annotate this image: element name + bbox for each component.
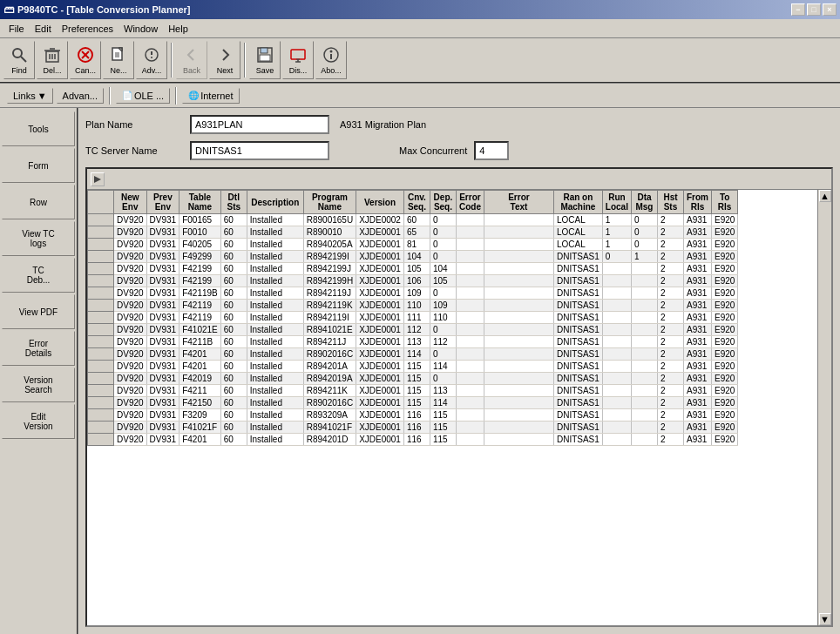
scroll-up-button[interactable]: ▲ [819, 190, 831, 202]
table-cell: DNITSAS1 [553, 397, 602, 409]
scroll-down-button[interactable]: ▼ [819, 613, 831, 625]
col-new-env[interactable]: NewEnv [114, 191, 147, 214]
table-cell: 114 [403, 348, 430, 361]
col-cnv-seq[interactable]: Cnv.Seq. [403, 191, 430, 214]
table-cell: 0 [430, 324, 456, 336]
table-row[interactable]: DV920DV931F420160InstalledR894201AXJDE00… [88, 361, 738, 373]
col-hst-sts[interactable]: HstSts [657, 191, 683, 214]
delete-button[interactable]: Del... [37, 41, 68, 79]
table-row[interactable]: DV920DV931F420160InstalledR894201DXJDE00… [88, 434, 738, 446]
table-cell: E920 [711, 214, 737, 226]
col-dtl-sts[interactable]: DtlSts [220, 191, 247, 214]
table-row[interactable]: DV920DV931F4219960InstalledR8942199JXJDE… [88, 263, 738, 275]
table-row[interactable]: DV920DV931F4929960InstalledR8942199IXJDE… [88, 251, 738, 263]
table-row[interactable]: DV920DV931F4211960InstalledR8942119KXJDE… [88, 300, 738, 312]
table-cell: DV920 [114, 373, 147, 385]
table-cell: DV920 [114, 409, 147, 422]
maximize-button[interactable]: □ [807, 3, 821, 16]
table-cell: F4211 [180, 385, 221, 397]
col-prev-env[interactable]: PrevEnv [146, 191, 180, 214]
table-cell: DV920 [114, 434, 147, 446]
table-row[interactable]: DV920DV931F421160InstalledR894211KXJDE00… [88, 385, 738, 397]
col-ran-on-machine[interactable]: Ran onMachine [553, 191, 602, 214]
table-cell: 0 [430, 214, 456, 226]
col-dep-seq[interactable]: Dep.Seq. [430, 191, 456, 214]
scrollbar-vertical[interactable]: ▲ ▼ [817, 190, 831, 625]
ole-label: OLE ... [134, 91, 164, 101]
advanced-button[interactable]: Adv... [136, 41, 167, 79]
display-button[interactable]: Dis... [282, 41, 314, 79]
form-button[interactable]: Form [2, 148, 75, 183]
col-from-rls[interactable]: FromRls [683, 191, 711, 214]
tc-server-input[interactable] [190, 141, 329, 160]
back-button[interactable]: Back [176, 41, 207, 79]
table-cell [602, 324, 631, 336]
plan-name-input[interactable] [190, 115, 329, 134]
table-scroll[interactable]: NewEnv PrevEnv TableName DtlSts Descript… [87, 190, 817, 625]
save-button[interactable]: Save [249, 41, 281, 79]
row-button[interactable]: Row [2, 185, 75, 219]
table-cell [456, 397, 484, 409]
view-pdf-button[interactable]: View PDF [2, 294, 75, 329]
links-button[interactable]: Links ▼ [7, 88, 53, 104]
table-row[interactable]: DV920DV931F41021F60InstalledR8941021FXJD… [88, 422, 738, 434]
col-error-code[interactable]: ErrorCode [456, 191, 484, 214]
table-row[interactable]: DV920DV931F4211960InstalledR8942119IXJDE… [88, 312, 738, 324]
tc-deb-button[interactable]: TC Deb... [2, 258, 75, 293]
menu-item-edit[interactable]: Edit [30, 22, 57, 36]
svg-rect-22 [291, 50, 305, 59]
table-cell: 112 [403, 324, 430, 336]
ole-button[interactable]: 📄 OLE ... [116, 88, 170, 104]
version-search-button[interactable]: Version Search [2, 368, 75, 402]
col-dta-msg[interactable]: DtaMsg [631, 191, 657, 214]
table-cell: E920 [711, 324, 737, 336]
table-cell: DV931 [146, 300, 180, 312]
menu-item-preferences[interactable]: Preferences [57, 22, 119, 36]
menu-item-window[interactable]: Window [119, 22, 163, 36]
col-program-name[interactable]: ProgramName [303, 191, 356, 214]
table-cell [602, 300, 631, 312]
menu-item-help[interactable]: Help [163, 22, 193, 36]
table-row[interactable]: DV920DV931F320960InstalledR893209AXJDE00… [88, 409, 738, 422]
col-run-local[interactable]: RunLocal [602, 191, 631, 214]
table-cell: R8942019A [303, 373, 356, 385]
advanced-link-button[interactable]: Advan... [57, 88, 104, 104]
table-expand-icon[interactable] [91, 172, 105, 186]
table-cell: 1 [631, 251, 657, 263]
table-row[interactable]: DV920DV931F420160InstalledR8902016CXJDE0… [88, 348, 738, 361]
table-row[interactable]: DV920DV931F41021E60InstalledR8941021EXJD… [88, 324, 738, 336]
svg-point-18 [151, 57, 152, 58]
col-version[interactable]: Version [356, 191, 404, 214]
table-row[interactable]: DV920DV931F4215060InstalledR8902016CXJDE… [88, 397, 738, 409]
about-button[interactable]: Abo... [315, 41, 347, 79]
table-cell [456, 287, 484, 300]
tools-button[interactable]: Tools [2, 111, 75, 146]
view-tc-logs-button[interactable]: View TC logs [2, 221, 75, 256]
col-description[interactable]: Description [247, 191, 303, 214]
table-cell [484, 214, 553, 226]
table-row[interactable]: DV920DV931F42119B60InstalledR8942119JXJD… [88, 287, 738, 300]
col-error-text[interactable]: ErrorText [484, 191, 553, 214]
table-row[interactable]: DV920DV931F4020560InstalledR8940205AXJDE… [88, 239, 738, 251]
table-row[interactable]: DV920DV931F4219960InstalledR8942199HXJDE… [88, 275, 738, 287]
table-row[interactable]: DV920DV931F001060InstalledR890010XJDE000… [88, 226, 738, 239]
table-row[interactable]: DV920DV931F4201960InstalledR8942019AXJDE… [88, 373, 738, 385]
cancel-button[interactable]: Can... [70, 41, 101, 79]
next-button[interactable]: Next [209, 41, 240, 79]
col-to-rls[interactable]: ToRls [711, 191, 737, 214]
table-row[interactable]: DV920DV931F4211B60InstalledR894211JXJDE0… [88, 336, 738, 348]
table-cell: LOCAL [553, 226, 602, 239]
new-button[interactable]: Ne... [103, 41, 134, 79]
error-details-button[interactable]: Error Details [2, 331, 75, 366]
internet-button[interactable]: 🌐 Internet [182, 88, 239, 104]
minimize-button[interactable]: − [791, 3, 805, 16]
find-button[interactable]: Find [3, 41, 35, 79]
edit-version-button[interactable]: Edit Version [2, 404, 75, 439]
close-button[interactable]: × [823, 3, 837, 16]
max-concurrent-input[interactable] [474, 141, 509, 160]
table-row[interactable]: DV920DV931F0016560InstalledR8900165UXJDE… [88, 214, 738, 226]
col-table-name[interactable]: TableName [180, 191, 221, 214]
table-cell: A931 [683, 409, 711, 422]
menu-item-file[interactable]: File [3, 22, 30, 36]
table-cell [631, 287, 657, 300]
